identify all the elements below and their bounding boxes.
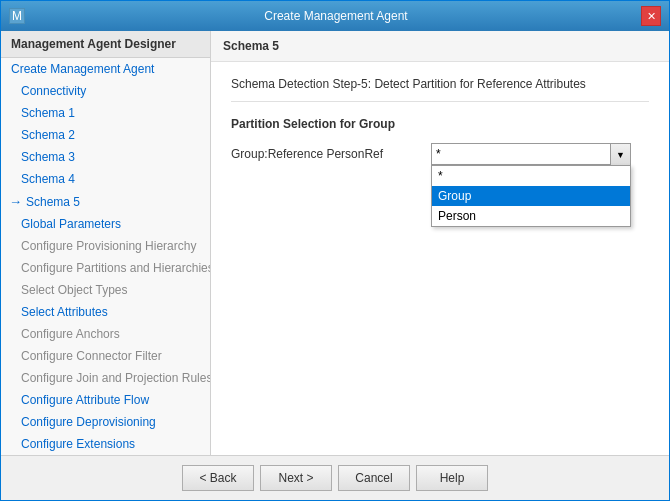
sidebar-item-configure-attribute-flow[interactable]: Configure Attribute Flow xyxy=(1,389,210,411)
dropdown-option-star[interactable]: * xyxy=(432,166,630,186)
sidebar-item-schema-4[interactable]: Schema 4 xyxy=(1,168,210,190)
field-row: Group:Reference PersonRef * ▼ * Group Pe… xyxy=(231,143,649,165)
main-content: Schema Detection Step-5: Detect Partitio… xyxy=(211,62,669,455)
sidebar-header: Management Agent Designer xyxy=(1,31,210,58)
dropdown-value: * xyxy=(436,147,630,161)
main-header: Schema 5 xyxy=(211,31,669,62)
next-button[interactable]: Next > xyxy=(260,465,332,491)
active-arrow-icon: → xyxy=(9,194,22,209)
cancel-button[interactable]: Cancel xyxy=(338,465,410,491)
titlebar: M Create Management Agent ✕ xyxy=(1,1,669,31)
sidebar-item-configure-connector-filter: Configure Connector Filter xyxy=(1,345,210,367)
sidebar: Management Agent Designer Create Managem… xyxy=(1,31,211,455)
sidebar-item-configure-provisioning-hierarchy: Configure Provisioning Hierarchy xyxy=(1,235,210,257)
dropdown-wrapper: * ▼ * Group Person xyxy=(431,143,649,165)
bottom-bar: < Back Next > Cancel Help xyxy=(1,455,669,500)
sidebar-item-create-management-agent[interactable]: Create Management Agent xyxy=(1,58,210,80)
main-window: M Create Management Agent ✕ Management A… xyxy=(0,0,670,501)
sidebar-item-select-object-types: Select Object Types xyxy=(1,279,210,301)
sidebar-item-schema-2[interactable]: Schema 2 xyxy=(1,124,210,146)
dropdown-option-group[interactable]: Group xyxy=(432,186,630,206)
dropdown-select[interactable]: * ▼ xyxy=(431,143,631,165)
dropdown-list: * Group Person xyxy=(431,165,631,227)
sidebar-item-configure-join-and-projection-rules: Configure Join and Projection Rules xyxy=(1,367,210,389)
window-title: Create Management Agent xyxy=(31,9,641,23)
partition-section: Partition Selection for Group Group:Refe… xyxy=(231,117,649,165)
sidebar-item-configure-extensions[interactable]: Configure Extensions xyxy=(1,433,210,455)
sidebar-item-schema-5[interactable]: → Schema 5 xyxy=(1,190,210,213)
step-description: Schema Detection Step-5: Detect Partitio… xyxy=(231,77,649,102)
sidebar-item-configure-deprovisioning[interactable]: Configure Deprovisioning xyxy=(1,411,210,433)
back-button[interactable]: < Back xyxy=(182,465,254,491)
window-icon: M xyxy=(9,8,25,24)
field-label: Group:Reference PersonRef xyxy=(231,143,431,161)
sidebar-item-connectivity[interactable]: Connectivity xyxy=(1,80,210,102)
partition-title: Partition Selection for Group xyxy=(231,117,649,131)
sidebar-item-configure-anchors: Configure Anchors xyxy=(1,323,210,345)
sidebar-item-select-attributes[interactable]: Select Attributes xyxy=(1,301,210,323)
close-button[interactable]: ✕ xyxy=(641,6,661,26)
main-panel: Schema 5 Schema Detection Step-5: Detect… xyxy=(211,31,669,455)
sidebar-item-schema-1[interactable]: Schema 1 xyxy=(1,102,210,124)
sidebar-item-global-parameters[interactable]: Global Parameters xyxy=(1,213,210,235)
sidebar-item-configure-partitions-and-hierarchies: Configure Partitions and Hierarchies xyxy=(1,257,210,279)
dropdown-option-person[interactable]: Person xyxy=(432,206,630,226)
help-button[interactable]: Help xyxy=(416,465,488,491)
content-area: Management Agent Designer Create Managem… xyxy=(1,31,669,455)
sidebar-item-schema-3[interactable]: Schema 3 xyxy=(1,146,210,168)
